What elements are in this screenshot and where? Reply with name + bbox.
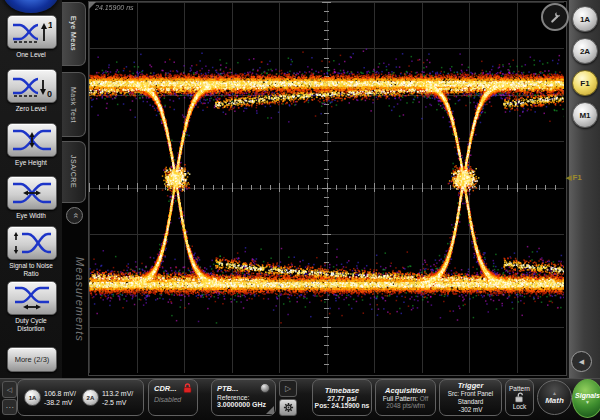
- zero-level-icon: 0: [7, 69, 57, 103]
- sidebar-item-zero-level[interactable]: 0 Zero Level: [7, 69, 55, 113]
- trigger-panel[interactable]: Trigger Src: Front Panel Standard -302 m…: [439, 379, 502, 416]
- measurements-sidebar: 1 One Level 0 Zero Level Eye Height Eye …: [0, 0, 62, 378]
- ptb-panel[interactable]: PTB... Reference: 3.0000000 GHz: [211, 379, 276, 416]
- ptb-status-led: [260, 383, 270, 393]
- sidebar-item-duty-cycle-distortion[interactable]: Duty Cycle Distortion: [7, 281, 55, 334]
- tab-eye-meas[interactable]: Eye Meas: [62, 2, 86, 66]
- oscilloscope-app: 1 One Level 0 Zero Level Eye Height Eye …: [0, 0, 600, 420]
- settings-gear-button[interactable]: [279, 399, 297, 416]
- acquisition-panel[interactable]: Acquisition Full Pattern: Off 2048 pts/w…: [375, 379, 436, 416]
- signal-to-noise-icon: [7, 226, 57, 260]
- sidebar-item-label: One Level: [7, 51, 55, 59]
- eye-height-icon: [7, 123, 57, 157]
- sidebar-item-label: Zero Level: [7, 105, 55, 113]
- sidebar-toggle-tab[interactable]: ◁: [2, 381, 17, 398]
- wrench-icon: [549, 11, 562, 24]
- sidebar-item-eye-height[interactable]: Eye Height: [7, 123, 55, 167]
- eye-width-icon: [7, 176, 57, 210]
- lock-open-icon: [514, 392, 525, 403]
- tab-jsa-cre[interactable]: JSA/CRE: [62, 141, 86, 203]
- left-triangle-icon: ◀: [566, 174, 571, 182]
- sidebar-item-signal-to-noise[interactable]: Signal to Noise Ratio: [7, 226, 55, 279]
- channel-readouts-panel[interactable]: 1A 106.8 mV/-38.2 mV 2A 113.2 mV/-2.5 mV: [17, 379, 144, 416]
- f1-trace-marker: ◀F1: [566, 173, 582, 182]
- memory-m1-button[interactable]: M1: [572, 102, 598, 128]
- sidebar-item-label: Eye Width: [7, 212, 55, 220]
- resize-corner-icon: [266, 406, 274, 414]
- logo-sphere-icon[interactable]: [3, 0, 59, 13]
- more-measurements-button[interactable]: More (2/3): [7, 347, 57, 372]
- cdr-panel[interactable]: CDR... Disabled: [148, 379, 198, 416]
- down-triangle-icon: ▼: [585, 399, 590, 405]
- sidebar-item-one-level[interactable]: 1 One Level: [7, 15, 55, 59]
- sidebar-item-label: Signal to Noise Ratio: [7, 262, 55, 279]
- signals-button[interactable]: Signals ▼: [572, 379, 600, 418]
- setup-wrench-button[interactable]: [541, 3, 569, 31]
- eye-diagram-canvas[interactable]: [89, 2, 564, 373]
- channel-2a-readout: 2A 113.2 mV/-2.5 mV: [82, 389, 133, 407]
- measurements-panel-title: Measurements: [62, 227, 86, 372]
- sidebar-item-label: Eye Height: [7, 159, 55, 167]
- math-button[interactable]: ▲ Math: [537, 380, 572, 415]
- channel-1a-badge: 1A: [24, 389, 41, 406]
- sidebar-item-eye-width[interactable]: Eye Width: [7, 176, 55, 220]
- lock-closed-icon: [183, 383, 192, 393]
- waveform-display[interactable]: 24.15900 ns: [88, 1, 567, 376]
- panel-collapse-button[interactable]: ◀: [571, 351, 592, 372]
- duty-cycle-distortion-icon: [7, 281, 57, 315]
- channel-1a-readout: 1A 106.8 mV/-38.2 mV: [24, 389, 76, 407]
- one-level-icon: 1: [7, 15, 57, 49]
- channel-2a-button[interactable]: 2A: [572, 38, 598, 64]
- gear-icon: [283, 402, 294, 413]
- function-f1-button[interactable]: F1: [572, 70, 598, 96]
- timebase-panel[interactable]: Timebase 27.77 ps/ Pos: 24.15900 ns: [312, 379, 372, 416]
- tabstrip-collapse-button[interactable]: «: [66, 207, 83, 224]
- sidebar-item-label: Duty Cycle Distortion: [7, 317, 55, 334]
- channel-1a-button[interactable]: 1A: [572, 6, 598, 32]
- tab-mask-test[interactable]: Mask Test: [62, 72, 86, 137]
- run-button[interactable]: ▷: [279, 380, 297, 397]
- timebase-position-readout: 24.15900 ns: [95, 4, 134, 11]
- svg-text:1: 1: [48, 20, 52, 30]
- svg-text:0: 0: [47, 89, 52, 98]
- drag-dots-tab[interactable]: ⋯: [2, 399, 17, 415]
- channel-2a-badge: 2A: [82, 389, 99, 406]
- pattern-lock-panel[interactable]: Pattern Lock: [505, 379, 534, 416]
